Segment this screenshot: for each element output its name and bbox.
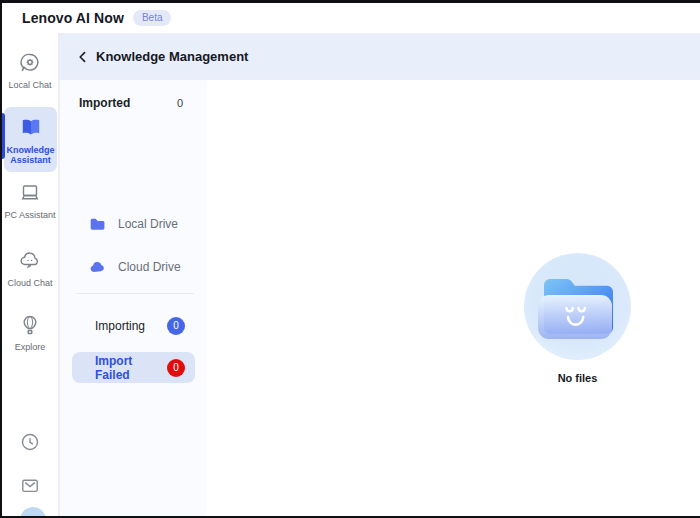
hot-air-balloon-icon (17, 312, 43, 338)
user-avatar[interactable] (20, 507, 46, 516)
back-button[interactable] (76, 50, 90, 64)
folder-icon (89, 216, 106, 233)
sidebar-item-label: Cloud Chat (7, 278, 52, 288)
panel-item-label: Local Drive (118, 217, 178, 231)
page-header: Knowledge Management (59, 33, 700, 80)
laptop-icon (17, 180, 43, 206)
empty-state-circle (524, 253, 631, 360)
panel-divider (76, 293, 194, 294)
sidebar-item-label: PC Assistant (4, 210, 55, 220)
imported-count: 0 (177, 97, 183, 109)
knowledge-panel: Imported 0 Local Drive (59, 80, 207, 516)
panel-item-label: Cloud Drive (118, 260, 181, 274)
primary-sidebar: Local Chat Knowledge Assistant (2, 33, 59, 516)
chat-gear-icon (17, 50, 43, 76)
panel-item-local-drive[interactable]: Local Drive (79, 210, 199, 238)
importing-count-badge: 0 (167, 317, 185, 335)
panel-item-label: Importing (95, 319, 167, 333)
imported-label: Imported (79, 96, 130, 110)
cloud-chat-icon (17, 248, 43, 274)
sidebar-item-knowledge-assistant[interactable]: Knowledge Assistant (4, 107, 57, 172)
title-bar: Lenovo AI Now Beta (2, 3, 700, 33)
panel-item-importing[interactable]: Importing 0 (72, 310, 195, 341)
file-list-area: No files (207, 80, 700, 516)
page-title: Knowledge Management (96, 49, 248, 64)
imported-section-header: Imported 0 (79, 96, 183, 110)
panel-item-cloud-drive[interactable]: Cloud Drive (79, 253, 199, 281)
sidebar-item-label: Knowledge Assistant (5, 145, 57, 165)
import-failed-count-badge: 0 (167, 359, 185, 377)
feedback-mail-icon (17, 473, 43, 499)
empty-state-text: No files (524, 372, 631, 384)
history-button[interactable] (2, 429, 58, 455)
panel-item-label: Import Failed (95, 354, 167, 382)
beta-badge: Beta (133, 10, 172, 26)
sidebar-item-label: Local Chat (8, 80, 51, 90)
sidebar-item-pc-assistant[interactable]: PC Assistant (2, 180, 58, 220)
cloud-icon (89, 259, 106, 276)
smiling-folder-icon (535, 268, 621, 344)
feedback-button[interactable] (2, 473, 58, 499)
sidebar-item-local-chat[interactable]: Local Chat (2, 50, 58, 90)
sidebar-item-explore[interactable]: Explore (2, 312, 58, 352)
panel-item-import-failed[interactable]: Import Failed 0 (72, 352, 195, 383)
back-chevron-icon (76, 50, 90, 64)
app-title: Lenovo AI Now (22, 10, 124, 26)
history-clock-icon (17, 429, 43, 455)
app-window: Lenovo AI Now Beta (2, 3, 700, 516)
sidebar-item-cloud-chat[interactable]: Cloud Chat (2, 248, 58, 288)
active-indicator (2, 113, 5, 159)
open-book-icon (18, 115, 44, 141)
sidebar-item-label: Explore (15, 342, 46, 352)
